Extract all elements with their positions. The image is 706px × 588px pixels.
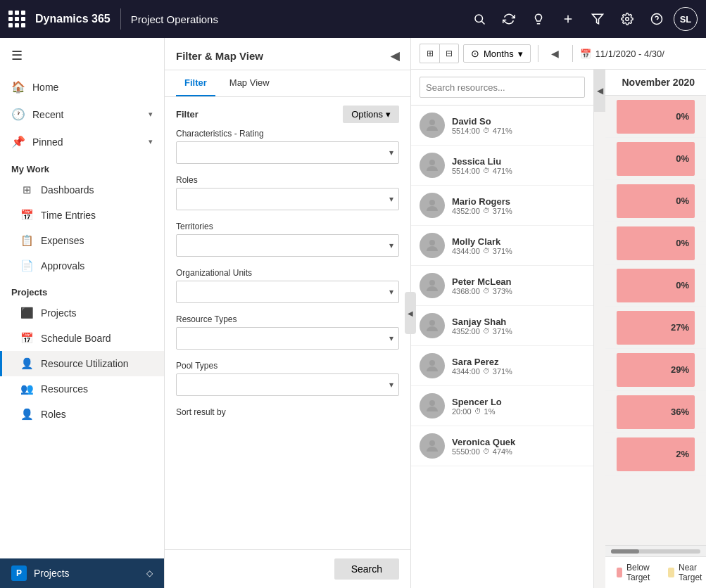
sidebar-bottom-projects[interactable]: P Projects ◇ bbox=[0, 558, 164, 588]
settings-icon[interactable] bbox=[614, 6, 640, 32]
filter-panel-header: Filter & Map View ◀ bbox=[165, 38, 410, 70]
filter-collapse-icon[interactable]: ◀ bbox=[391, 49, 399, 63]
sidebar-item-pinned[interactable]: 📌 Pinned ▾ bbox=[0, 128, 164, 155]
utilization-scroll-area bbox=[605, 545, 706, 556]
filter-icon[interactable] bbox=[585, 6, 610, 32]
sidebar-item-expenses[interactable]: 📋 Expenses bbox=[0, 228, 164, 253]
util-bar-row: 29% bbox=[605, 349, 706, 391]
resource-info: Veronica Quek 5550:00 ⏱ 474% bbox=[452, 437, 585, 456]
resource-name: David So bbox=[452, 116, 585, 127]
sidebar-item-home[interactable]: 🏠 Home bbox=[0, 73, 164, 101]
home-label: Home bbox=[32, 82, 153, 93]
svg-point-16 bbox=[429, 440, 435, 446]
resource-item[interactable]: Veronica Quek 5550:00 ⏱ 474% bbox=[411, 426, 593, 466]
user-avatar[interactable]: SL bbox=[674, 7, 698, 31]
sidebar-item-recent[interactable]: 🕐 Recent ▾ bbox=[0, 101, 164, 128]
characteristics-select[interactable] bbox=[176, 141, 399, 164]
waffle-menu[interactable] bbox=[8, 11, 25, 27]
lightbulb-icon[interactable] bbox=[526, 6, 551, 32]
sidebar-item-approvals[interactable]: 📄 Approvals bbox=[0, 253, 164, 279]
scroll-left-arrow[interactable]: ◀ bbox=[594, 70, 605, 112]
util-bar-row: 0% bbox=[605, 222, 706, 264]
filter-tabs: Filter Map View bbox=[165, 70, 410, 97]
resource-name: Jessica Liu bbox=[452, 156, 585, 167]
resource-stats: 4352:00 ⏱ 371% bbox=[452, 327, 585, 335]
resource-stats: 5550:00 ⏱ 474% bbox=[452, 447, 585, 456]
tab-map-view[interactable]: Map View bbox=[221, 70, 278, 96]
dashboards-label: Dashboards bbox=[41, 184, 94, 196]
sidebar-item-schedule-board[interactable]: 📅 Schedule Board bbox=[0, 326, 164, 351]
filter-panel-title: Filter & Map View bbox=[176, 50, 263, 62]
bottom-icon-p: P bbox=[11, 565, 27, 581]
plus-icon[interactable] bbox=[555, 6, 581, 32]
territories-select[interactable] bbox=[176, 234, 399, 257]
roles-label: Roles bbox=[176, 175, 399, 185]
sidebar-item-resource-utilization[interactable]: 👤 Resource Utilization bbox=[0, 351, 164, 376]
sidebar-item-roles[interactable]: 👤 Roles bbox=[0, 402, 164, 427]
svg-point-10 bbox=[429, 200, 435, 205]
resource-avatar bbox=[420, 393, 445, 418]
resource-avatar bbox=[420, 273, 445, 298]
recent-chevron: ▾ bbox=[149, 110, 153, 119]
util-bar-row: 0% bbox=[605, 96, 706, 138]
resource-item[interactable]: Sara Perez 4344:00 ⏱ 371% bbox=[411, 346, 593, 386]
org-units-select[interactable] bbox=[176, 281, 399, 303]
resource-item[interactable]: Peter McLean 4368:00 ⏱ 373% bbox=[411, 266, 593, 306]
sort-by-label: Sort result by bbox=[176, 407, 399, 417]
bottom-projects-label: Projects bbox=[34, 568, 139, 579]
resource-item[interactable]: David So 5514:00 ⏱ 471% bbox=[411, 106, 593, 146]
util-bar: 0% bbox=[617, 142, 695, 176]
resource-stats: 4344:00 ⏱ 371% bbox=[452, 367, 585, 376]
resource-avatar bbox=[420, 113, 445, 138]
sidebar-item-dashboards[interactable]: ⊞ Dashboards bbox=[0, 177, 164, 203]
svg-point-0 bbox=[475, 15, 483, 23]
resource-name: Spencer Lo bbox=[452, 397, 585, 407]
resource-types-select[interactable] bbox=[176, 327, 399, 350]
resource-info: Sanjay Shah 4352:00 ⏱ 371% bbox=[452, 317, 585, 335]
scroll-thumb[interactable] bbox=[611, 549, 639, 554]
pool-types-select[interactable] bbox=[176, 373, 399, 396]
util-bar: 2% bbox=[617, 437, 695, 471]
search-icon[interactable] bbox=[467, 6, 492, 32]
sidebar-item-resources[interactable]: 👥 Resources bbox=[0, 376, 164, 402]
resource-search-area bbox=[411, 70, 593, 106]
legend-color-below bbox=[617, 568, 622, 577]
time-entries-label: Time Entries bbox=[41, 210, 96, 221]
resource-item[interactable]: Sanjay Shah 4352:00 ⏱ 371% bbox=[411, 306, 593, 346]
sync-icon[interactable] bbox=[496, 6, 522, 32]
expand-rows-btn[interactable]: ⊞ bbox=[420, 44, 439, 63]
collapse-panel-btn[interactable]: ◀ bbox=[405, 292, 416, 334]
roles-select[interactable] bbox=[176, 188, 399, 210]
resource-utilization-label: Resource Utilization bbox=[41, 358, 129, 369]
clock-icon: ⊙ bbox=[471, 48, 479, 59]
tab-filter[interactable]: Filter bbox=[176, 70, 215, 96]
resource-stats: 20:00 ⏱ 1% bbox=[452, 407, 585, 416]
sidebar-item-time-entries[interactable]: 📅 Time Entries bbox=[0, 203, 164, 228]
resource-item[interactable]: Spencer Lo 20:00 ⏱ 1% bbox=[411, 386, 593, 426]
nav-divider bbox=[120, 8, 121, 30]
filter-field-sort-by: Sort result by bbox=[176, 407, 399, 417]
search-button[interactable]: Search bbox=[334, 558, 399, 580]
projects-section-header: Projects bbox=[0, 279, 164, 300]
resource-info: Mario Rogers 4352:00 ⏱ 371% bbox=[452, 196, 585, 215]
sidebar-item-projects[interactable]: ⬛ Projects bbox=[0, 300, 164, 326]
options-button[interactable]: Options ▾ bbox=[343, 106, 399, 123]
collapse-rows-btn[interactable]: ⊟ bbox=[439, 44, 459, 63]
svg-marker-4 bbox=[593, 14, 603, 24]
resource-search-input[interactable] bbox=[420, 77, 585, 98]
legend-label: Below Target bbox=[626, 563, 654, 582]
resource-avatar bbox=[420, 433, 445, 459]
util-bar: 27% bbox=[617, 311, 695, 345]
brand-label: Dynamics 365 bbox=[35, 13, 111, 25]
months-selector[interactable]: ⊙ Months ▾ bbox=[463, 44, 531, 63]
prev-period-btn[interactable]: ◀ bbox=[546, 44, 565, 63]
resource-item[interactable]: Mario Rogers 4352:00 ⏱ 371% bbox=[411, 186, 593, 226]
months-label: Months bbox=[484, 49, 514, 59]
resource-item[interactable]: Jessica Liu 5514:00 ⏱ 471% bbox=[411, 146, 593, 186]
resource-item[interactable]: Molly Clark 4344:00 ⏱ 371% bbox=[411, 226, 593, 266]
filter-panel: Filter & Map View ◀ Filter Map View Filt… bbox=[165, 38, 411, 588]
legend-bar: Below Target Near Target Met Target bbox=[605, 556, 706, 588]
toolbar: ⊞ ⊟ ⊙ Months ▾ ◀ 📅 11/1/2020 - 4/30/ bbox=[411, 38, 706, 70]
help-icon[interactable] bbox=[644, 6, 669, 32]
hamburger-menu[interactable]: ☰ bbox=[0, 38, 164, 73]
